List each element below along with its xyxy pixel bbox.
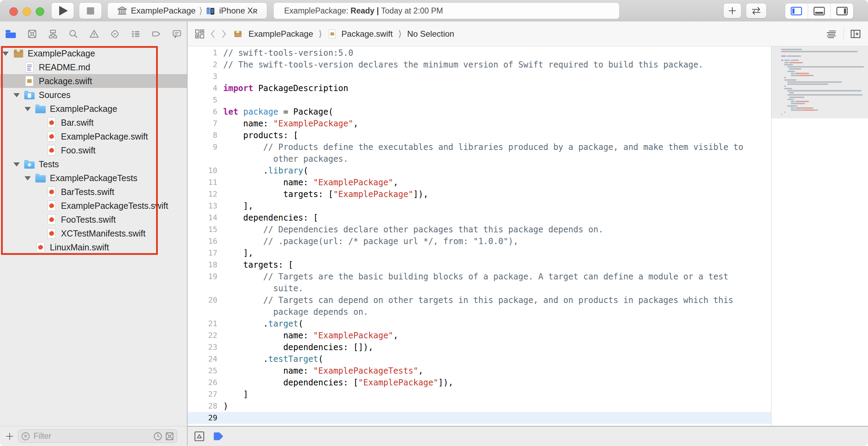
add-file-button[interactable]	[5, 431, 15, 441]
code-line[interactable]: 12 targets: ["ExamplePackage"]),	[188, 188, 771, 200]
tree-row[interactable]: ExamplePackage	[0, 102, 187, 116]
symbol-navigator-tab[interactable]	[48, 29, 58, 39]
breakpoints-toggle-button[interactable]	[213, 431, 224, 441]
code-line[interactable]: 24 .testTarget(	[188, 353, 771, 365]
scheme-selector[interactable]: ExamplePackage ⟩ iPhone Xʀ	[107, 2, 267, 19]
code-line[interactable]: 25 name: "ExamplePackageTests",	[188, 365, 771, 377]
line-number[interactable]: 14	[188, 212, 217, 224]
line-number[interactable]: 6	[188, 106, 217, 118]
breadcrumb-project[interactable]: ExamplePackage	[248, 29, 313, 39]
code-line[interactable]: 18 targets: [	[188, 259, 771, 271]
line-number[interactable]: 15	[188, 224, 217, 235]
minimap[interactable]	[771, 46, 868, 426]
code-line[interactable]: 23 dependencies: []),	[188, 341, 771, 353]
tree-row[interactable]: Foo.swift	[0, 143, 187, 157]
line-number[interactable]: 4	[188, 82, 217, 94]
line-number[interactable]: 26	[188, 377, 217, 389]
tree-row[interactable]: Tests	[0, 157, 187, 171]
line-number[interactable]: 29	[188, 412, 217, 424]
code-line[interactable]: 7 name: "ExamplePackage",	[188, 118, 771, 130]
project-navigator-tab[interactable]	[5, 29, 17, 39]
line-number[interactable]: 16	[188, 235, 217, 247]
recent-files-clock-icon[interactable]	[153, 432, 162, 441]
source-control-status-icon[interactable]	[165, 432, 174, 441]
breadcrumb-selection[interactable]: No Selection	[407, 29, 454, 39]
disclosure-triangle[interactable]	[2, 52, 9, 56]
line-number[interactable]: 25	[188, 365, 217, 377]
code-line[interactable]: 13 ],	[188, 200, 771, 212]
code-line[interactable]: 28)	[188, 400, 771, 412]
code-line[interactable]: 27 ]	[188, 389, 771, 400]
code-line[interactable]: 8 products: [	[188, 130, 771, 141]
line-number[interactable]: 23	[188, 341, 217, 353]
code-line[interactable]: package depends on.	[188, 306, 771, 318]
code-line[interactable]: 19 // Targets are the basic building blo…	[188, 271, 771, 283]
filter-field[interactable]	[18, 429, 177, 443]
test-navigator-tab[interactable]	[110, 29, 120, 39]
code-line[interactable]: 3	[188, 71, 771, 82]
line-number[interactable]: 24	[188, 353, 217, 365]
filter-input[interactable]	[33, 431, 151, 441]
line-number[interactable]: 27	[188, 389, 217, 400]
line-number[interactable]: 10	[188, 165, 217, 177]
source-editor[interactable]: 1// swift-tools-version:5.02// The swift…	[188, 46, 771, 426]
code-line[interactable]: 17 ],	[188, 247, 771, 259]
line-number[interactable]: 13	[188, 200, 217, 212]
tree-row[interactable]: ExamplePackage.swift	[0, 130, 187, 143]
line-number[interactable]: 5	[188, 94, 217, 106]
tree-row[interactable]: README.md	[0, 60, 187, 74]
run-button[interactable]	[51, 2, 74, 19]
code-line[interactable]: 29	[188, 412, 771, 424]
code-line[interactable]: 26 dependencies: ["ExamplePackage"]),	[188, 377, 771, 389]
line-number[interactable]: 9	[188, 141, 217, 153]
tree-row[interactable]: FooTests.swift	[0, 213, 187, 226]
tree-row[interactable]: Sources	[0, 88, 187, 102]
line-number[interactable]: 3	[188, 71, 217, 82]
debug-area-toggle-button[interactable]	[194, 431, 205, 442]
line-number[interactable]: 17	[188, 247, 217, 259]
code-line[interactable]: 4import PackageDescription	[188, 82, 771, 94]
adjust-editor-options-button[interactable]	[825, 29, 837, 39]
disclosure-triangle[interactable]	[25, 107, 31, 111]
line-number[interactable]: 12	[188, 188, 217, 200]
tree-row[interactable]: Package.swift	[0, 74, 187, 88]
find-navigator-tab[interactable]	[68, 29, 79, 39]
code-line[interactable]: 5	[188, 94, 771, 106]
code-line[interactable]: 14 dependencies: [	[188, 212, 771, 224]
tree-row[interactable]: ExamplePackage	[0, 46, 187, 60]
line-number[interactable]: 20	[188, 294, 217, 306]
line-number[interactable]: 11	[188, 177, 217, 188]
related-items-button[interactable]	[195, 29, 205, 39]
editor-mode-button[interactable]	[746, 3, 767, 18]
breakpoint-navigator-tab[interactable]	[151, 29, 161, 39]
tree-row[interactable]: ExamplePackageTests	[0, 171, 187, 185]
tree-row[interactable]: LinuxMain.swift	[0, 240, 187, 254]
code-line[interactable]: 15 // Dependencies declare other package…	[188, 224, 771, 235]
breadcrumb-file[interactable]: Package.swift	[342, 29, 393, 39]
code-line[interactable]: 11 name: "ExamplePackage",	[188, 177, 771, 188]
line-number[interactable]: 7	[188, 118, 217, 130]
line-number[interactable]: 21	[188, 318, 217, 330]
zoom-window-button[interactable]	[36, 7, 44, 16]
code-line[interactable]: other packages.	[188, 153, 771, 165]
code-line[interactable]: 21 .target(	[188, 318, 771, 330]
code-line[interactable]: 16 // .package(url: /* package url */, f…	[188, 235, 771, 247]
code-line[interactable]: 2// The swift-tools-version declares the…	[188, 59, 771, 71]
line-number[interactable]: 28	[188, 400, 217, 412]
toggle-inspector-panel-button[interactable]	[830, 3, 853, 19]
code-line[interactable]: 1// swift-tools-version:5.0	[188, 47, 771, 59]
disclosure-triangle[interactable]	[13, 162, 20, 167]
tree-row[interactable]: Bar.swift	[0, 116, 187, 130]
report-navigator-tab[interactable]	[172, 29, 182, 39]
disclosure-triangle[interactable]	[25, 176, 31, 180]
toggle-debug-panel-button[interactable]	[808, 3, 831, 19]
go-back-button[interactable]	[210, 29, 216, 39]
debug-navigator-tab[interactable]	[130, 29, 141, 39]
minimize-window-button[interactable]	[22, 7, 31, 16]
add-library-button[interactable]	[723, 3, 741, 18]
line-number[interactable]: 19	[188, 271, 217, 283]
line-number[interactable]: 2	[188, 59, 217, 71]
add-editor-button[interactable]	[850, 29, 861, 39]
stop-button[interactable]	[79, 2, 102, 19]
line-number[interactable]: 18	[188, 259, 217, 271]
